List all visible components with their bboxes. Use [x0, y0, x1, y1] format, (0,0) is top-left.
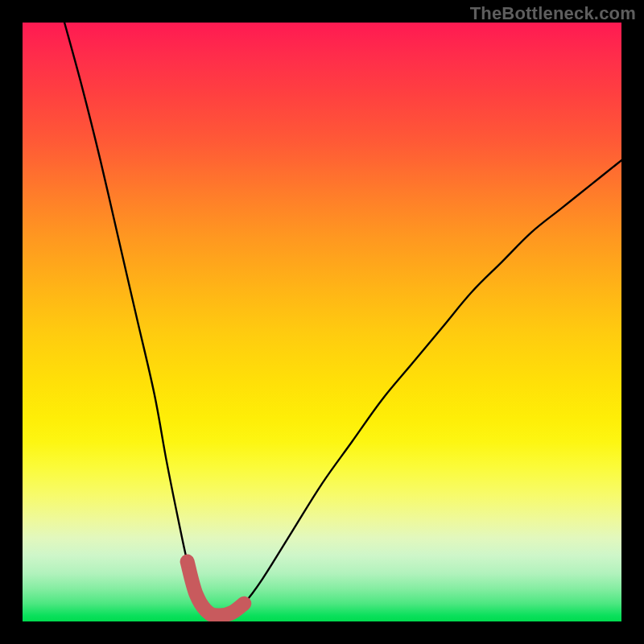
chart-frame: TheBottleneck.com: [0, 0, 644, 644]
watermark-text: TheBottleneck.com: [470, 3, 636, 24]
highlight-start-dot: [181, 555, 194, 568]
plot-area: [23, 23, 621, 621]
highlighted-region: [188, 562, 245, 616]
curve-layer: [23, 23, 621, 621]
bottleneck-curve: [64, 23, 621, 616]
